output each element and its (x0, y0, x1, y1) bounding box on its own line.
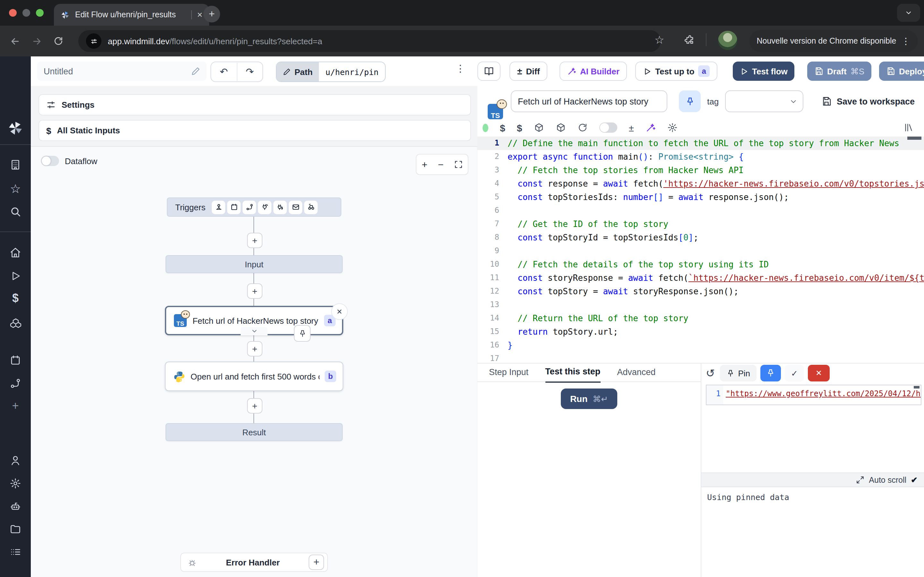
code-line[interactable]: 10 // Fetch the details of the top story… (477, 258, 924, 271)
workspace-icon[interactable] (0, 155, 31, 174)
pinned-step-pin-icon[interactable] (294, 325, 310, 342)
library-icon[interactable] (903, 122, 914, 133)
traffic-light-minimize[interactable] (23, 9, 30, 17)
add-step-button[interactable]: + (247, 233, 262, 248)
pin-active-button[interactable] (760, 365, 781, 382)
workers-robot-icon[interactable] (0, 497, 31, 516)
tag-select[interactable] (725, 90, 803, 112)
webhook-icon[interactable] (212, 200, 225, 214)
zoom-out-icon[interactable]: − (438, 159, 444, 170)
draft-button[interactable]: Draft ⌘S (807, 61, 871, 81)
traffic-light-close[interactable] (9, 9, 17, 17)
browser-menu-dots-icon[interactable]: ⋮ (901, 36, 910, 46)
profile-avatar[interactable] (718, 31, 737, 50)
test-up-to-button[interactable]: Test up to a (635, 61, 717, 81)
tab-search-chevron-icon[interactable] (897, 4, 920, 22)
reload-icon[interactable] (47, 36, 69, 46)
browser-tab[interactable]: Edit Flow u/henri/pin_results ✕ (54, 4, 209, 26)
add-step-button[interactable]: + (247, 341, 262, 356)
expand-step-chevron-icon[interactable] (241, 327, 268, 335)
chrome-update-button[interactable]: Nouvelle version de Chrome disponible ⋮ (750, 30, 918, 52)
flow-name-field[interactable]: Untitled (37, 61, 207, 81)
code-line[interactable]: 17 (477, 352, 924, 363)
history-icon[interactable]: ↺ (706, 366, 715, 380)
package-icon[interactable] (556, 122, 565, 133)
header-more-menu-icon[interactable]: ⋮ (456, 63, 465, 74)
code-line[interactable]: 5 const topStoriesIds: number[] = await … (477, 190, 924, 204)
accept-pin-button[interactable]: ✓ (785, 365, 804, 382)
diff-button[interactable]: ± Diff (509, 61, 548, 81)
new-tab-button[interactable]: + (204, 6, 220, 23)
tab-close-icon[interactable]: ✕ (197, 11, 203, 19)
redo-button[interactable]: ↷ (237, 66, 262, 77)
schedule-icon[interactable] (227, 200, 241, 214)
step-node-a[interactable]: TS Fetch url of HackerNews top story a ✕ (165, 306, 343, 335)
package-icon[interactable] (533, 122, 544, 133)
tab-test-this-step[interactable]: Test this step (545, 362, 600, 382)
path-button[interactable]: Path (276, 62, 319, 81)
pin-toggle-button[interactable] (679, 90, 701, 112)
undo-button[interactable]: ↶ (211, 66, 236, 77)
flow-settings-button[interactable]: Settings (39, 94, 471, 115)
editor-settings-gear-icon[interactable] (667, 122, 678, 133)
windmill-logo[interactable] (0, 119, 31, 138)
add-step-button[interactable]: + (247, 284, 262, 299)
code-editor[interactable]: 1// Define the main function to fetch th… (477, 137, 924, 363)
code-line[interactable]: 1// Define the main function to fetch th… (477, 137, 924, 150)
step-name-input[interactable]: Fetch url of HackerNews top story (511, 90, 667, 112)
code-line[interactable]: 4 const response = await fetch('https://… (477, 177, 924, 190)
assets-dollar-icon[interactable]: $ (500, 122, 505, 133)
sidebar-plus-icon[interactable]: + (0, 396, 31, 416)
error-handler-node[interactable]: Error Handler + (180, 553, 328, 572)
audit-logs-icon[interactable] (0, 542, 31, 562)
folders-icon[interactable] (0, 519, 31, 538)
docs-book-button[interactable] (477, 61, 501, 81)
tab-advanced[interactable]: Advanced (617, 363, 656, 382)
ai-wand-icon[interactable] (646, 122, 656, 133)
tab-step-input[interactable]: Step Input (489, 363, 528, 382)
code-line[interactable]: 3 // Fetch the top stories from Hacker N… (477, 163, 924, 177)
code-line[interactable]: 7 // Get the ID of the top story (477, 218, 924, 231)
dataflow-toggle[interactable] (41, 156, 59, 166)
search-icon[interactable] (0, 202, 31, 221)
code-line[interactable]: 14 // Return the URL of the top story (477, 311, 924, 325)
variables-icon[interactable]: $ (0, 288, 31, 308)
code-line[interactable]: 9 (477, 244, 924, 258)
bookmark-star-icon[interactable]: ☆ (654, 33, 664, 47)
delete-step-icon[interactable]: ✕ (331, 303, 348, 320)
auto-scroll-label[interactable]: Auto scroll (869, 475, 906, 484)
all-static-inputs-button[interactable]: $ All Static Inputs (39, 120, 471, 141)
variables-dollar-icon[interactable]: $ (517, 122, 522, 133)
code-line[interactable]: 6 (477, 204, 924, 218)
remove-pin-button[interactable]: ✕ (808, 365, 830, 382)
websocket-plug-icon[interactable] (258, 200, 271, 214)
triggers-route-icon[interactable] (0, 374, 31, 393)
email-icon[interactable] (289, 200, 302, 214)
fit-view-icon[interactable] (454, 160, 462, 169)
home-icon[interactable] (0, 243, 31, 262)
step-node-b[interactable]: Open url and fetch first 500 words of ..… (165, 362, 343, 391)
code-line[interactable]: 12 const topStory = await storyResponse.… (477, 285, 924, 298)
add-error-handler-icon[interactable]: + (309, 554, 324, 570)
add-step-button[interactable]: + (247, 398, 262, 414)
path-value[interactable]: u/henri/pin (319, 67, 385, 77)
code-scrollbar[interactable] (907, 137, 921, 140)
expand-icon[interactable] (856, 476, 864, 484)
deploy-button[interactable]: Deploy (879, 61, 924, 81)
code-line[interactable]: 16} (477, 338, 924, 352)
save-to-workspace-button[interactable]: Save to workspace (821, 90, 915, 112)
event-stream-plug-zap-icon[interactable] (273, 200, 287, 214)
settings-gear-icon[interactable] (0, 474, 31, 493)
site-info-icon[interactable] (86, 33, 102, 49)
plusminus-icon[interactable]: ± (628, 122, 634, 133)
code-line[interactable]: 15 return topStory.url; (477, 325, 924, 338)
traffic-light-zoom[interactable] (36, 9, 44, 17)
poll-binoculars-icon[interactable] (304, 200, 318, 214)
diff-mode-toggle[interactable] (599, 122, 617, 133)
url-bar[interactable]: app.windmill.dev/flows/edit/u/henri/pin_… (78, 30, 661, 52)
input-node[interactable]: Input (166, 255, 342, 273)
extensions-icon[interactable] (684, 35, 696, 46)
favorites-star-icon[interactable]: ☆ (0, 179, 31, 198)
triggers-node[interactable]: Triggers (167, 197, 341, 217)
zoom-in-icon[interactable]: + (422, 159, 427, 170)
